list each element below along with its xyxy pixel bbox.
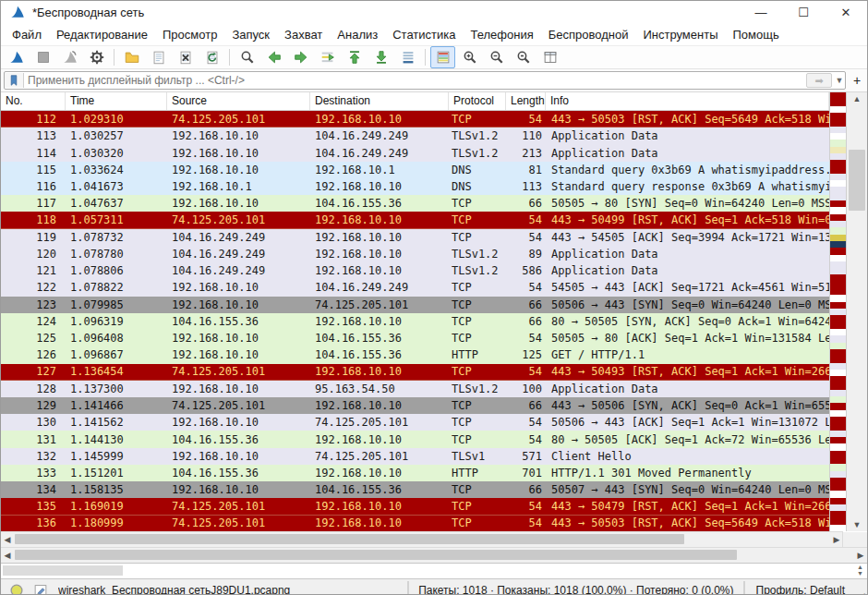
packet-row-114[interactable]: 1141.030320192.168.10.10104.16.249.249TL… xyxy=(1,144,829,161)
open-file-icon[interactable] xyxy=(119,46,144,68)
menu-item-3[interactable]: Запуск xyxy=(224,25,277,44)
packet-row-136[interactable]: 1361.18099974.125.205.101192.168.10.10TC… xyxy=(1,516,829,531)
display-filter-input[interactable] xyxy=(24,74,806,87)
cell-info: 54505 → 443 [ACK] Seq=1721 Ack=4561 Win=… xyxy=(546,281,829,294)
packet-row-123[interactable]: 1231.079985192.168.10.1074.125.205.101TC… xyxy=(1,297,829,313)
restart-capture-icon[interactable] xyxy=(57,46,82,68)
menu-item-10[interactable]: Помощь xyxy=(726,25,787,44)
horizontal-scrollbar-1[interactable]: ◀ ▶ xyxy=(1,531,843,547)
menu-item-2[interactable]: Просмотр xyxy=(155,25,224,44)
menu-item-7[interactable]: Телефония xyxy=(463,25,540,44)
zoom-original-icon[interactable] xyxy=(511,46,536,68)
scroll-down-icon[interactable]: ▼ xyxy=(847,518,867,531)
column-header-protocol[interactable]: Protocol xyxy=(449,92,506,110)
pane-scroll-thumb[interactable] xyxy=(3,565,123,576)
minimap-stripe xyxy=(830,343,846,349)
go-first-icon[interactable] xyxy=(342,46,367,68)
colorize-icon[interactable] xyxy=(430,46,455,68)
packet-row-122[interactable]: 1221.078822192.168.10.10104.16.249.249TC… xyxy=(1,279,829,296)
packet-row-124[interactable]: 1241.096319104.16.155.36192.168.10.10TCP… xyxy=(1,313,829,330)
wireshark-fin-icon xyxy=(8,4,27,20)
apply-filter-icon[interactable]: ➡ xyxy=(806,73,832,88)
reload-capture-icon[interactable] xyxy=(199,46,224,68)
resize-columns-icon[interactable] xyxy=(537,46,562,68)
packet-row-119[interactable]: 1191.078732104.16.249.249192.168.10.10TC… xyxy=(1,229,829,246)
filter-dropdown-icon[interactable]: ▼ xyxy=(834,76,845,85)
packet-row-121[interactable]: 1211.078806104.16.249.249192.168.10.10TL… xyxy=(1,262,829,279)
packet-row-135[interactable]: 1351.16901974.125.205.101192.168.10.10TC… xyxy=(1,498,829,515)
minimap-stripe xyxy=(830,382,846,389)
column-header-length[interactable]: Length xyxy=(506,92,546,110)
packet-row-126[interactable]: 1261.096867192.168.10.10104.16.155.36HTT… xyxy=(1,346,829,363)
column-header-info[interactable]: Info xyxy=(546,92,829,110)
scroll-up-icon[interactable]: ▲ xyxy=(847,92,867,105)
menu-item-1[interactable]: Редактирование xyxy=(49,25,155,44)
close-button[interactable]: ✕ xyxy=(825,1,867,23)
packet-row-128[interactable]: 1281.137300192.168.10.1095.163.54.50TLSv… xyxy=(1,381,829,397)
menu-item-9[interactable]: Инструменты xyxy=(635,25,725,44)
packet-row-134[interactable]: 1341.158135192.168.10.10104.16.155.36TCP… xyxy=(1,481,829,498)
cell-no: 129 xyxy=(1,399,66,412)
save-file-icon[interactable] xyxy=(146,46,171,68)
packet-row-116[interactable]: 1161.041673192.168.10.1192.168.10.10DNS1… xyxy=(1,178,829,195)
zoom-in-icon[interactable] xyxy=(457,46,482,68)
capture-options-icon[interactable] xyxy=(84,46,109,68)
column-header-no[interactable]: No. xyxy=(1,92,66,110)
start-capture-icon[interactable] xyxy=(4,46,29,68)
capture-comment-icon[interactable] xyxy=(32,582,49,595)
packet-row-129[interactable]: 1291.14146674.125.205.101192.168.10.10TC… xyxy=(1,397,829,414)
scroll-right-icon[interactable]: ▶ xyxy=(830,532,843,547)
scroll-left-icon-2[interactable]: ◀ xyxy=(1,548,14,563)
close-capture-icon[interactable] xyxy=(173,46,198,68)
minimize-button[interactable]: — xyxy=(740,1,782,23)
filter-bookmark-icon[interactable] xyxy=(5,73,24,88)
packet-row-120[interactable]: 1201.078780104.16.249.249192.168.10.10TL… xyxy=(1,246,829,262)
horizontal-scrollbar-2[interactable]: ◀ ▶ xyxy=(1,547,867,563)
packet-row-117[interactable]: 1171.047637192.168.10.10104.16.155.36TCP… xyxy=(1,195,829,212)
vertical-scrollbar[interactable]: ▲ ▼ xyxy=(847,92,867,531)
packet-row-118[interactable]: 1181.05731174.125.205.101192.168.10.10TC… xyxy=(1,212,829,228)
zoom-out-icon[interactable] xyxy=(484,46,509,68)
menu-item-5[interactable]: Анализ xyxy=(330,25,385,44)
go-forward-icon[interactable] xyxy=(288,46,313,68)
packet-row-131[interactable]: 1311.144130104.16.155.36192.168.10.10TCP… xyxy=(1,431,829,447)
packet-row-133[interactable]: 1331.151201104.16.155.36192.168.10.10HTT… xyxy=(1,465,829,481)
menu-item-0[interactable]: Файл xyxy=(5,25,49,44)
maximize-button[interactable]: ☐ xyxy=(782,1,825,23)
pane-spin-icons[interactable]: ▲▼ xyxy=(857,564,863,577)
scroll-right-icon-2[interactable]: ▶ xyxy=(854,548,867,563)
column-header-time[interactable]: Time xyxy=(66,92,167,110)
horizontal-scroll-thumb-1[interactable] xyxy=(15,534,684,544)
column-header-source[interactable]: Source xyxy=(167,92,310,110)
packet-row-112[interactable]: 1121.02931074.125.205.101192.168.10.10TC… xyxy=(1,111,829,128)
scroll-left-icon[interactable]: ◀ xyxy=(1,532,14,547)
go-back-icon[interactable] xyxy=(261,46,286,68)
packet-row-132[interactable]: 1321.145999192.168.10.1074.125.205.101TL… xyxy=(1,448,829,465)
cell-proto: DNS xyxy=(449,164,506,176)
packet-row-115[interactable]: 1151.033624192.168.10.10192.168.10.1DNS8… xyxy=(1,162,829,178)
profile-label[interactable]: Профиль: Default xyxy=(743,581,859,595)
menu-item-4[interactable]: Захват xyxy=(277,25,330,44)
packet-row-125[interactable]: 1251.096408192.168.10.10104.16.155.36TCP… xyxy=(1,330,829,346)
cell-len: 54 xyxy=(506,500,546,513)
packet-row-127[interactable]: 1271.13645474.125.205.101192.168.10.10TC… xyxy=(1,364,829,381)
packet-minimap-scrollbar[interactable] xyxy=(829,92,847,531)
expert-info-icon[interactable] xyxy=(8,582,25,595)
vertical-scroll-thumb[interactable] xyxy=(849,150,865,211)
menu-item-8[interactable]: Беспроводной xyxy=(541,25,636,44)
menu-item-6[interactable]: Статистика xyxy=(385,25,463,44)
cell-proto: TCP xyxy=(449,332,506,345)
stop-capture-icon[interactable] xyxy=(30,46,55,68)
find-packet-icon[interactable] xyxy=(235,46,259,68)
auto-scroll-icon[interactable] xyxy=(395,46,420,68)
add-filter-button[interactable]: + xyxy=(850,72,864,89)
go-to-packet-icon[interactable] xyxy=(315,46,340,68)
horizontal-scroll-thumb-2[interactable] xyxy=(15,550,737,560)
packet-row-130[interactable]: 1301.141562192.168.10.1074.125.205.101TC… xyxy=(1,414,829,431)
packet-row-113[interactable]: 1131.030257192.168.10.10104.16.249.249TL… xyxy=(1,128,829,144)
go-last-icon[interactable] xyxy=(368,46,393,68)
cell-proto: TCP xyxy=(449,197,506,210)
cell-info: GET / HTTP/1.1 xyxy=(546,348,829,361)
resize-grip[interactable]: ⋰ xyxy=(858,579,867,595)
column-header-destination[interactable]: Destination xyxy=(310,92,449,110)
